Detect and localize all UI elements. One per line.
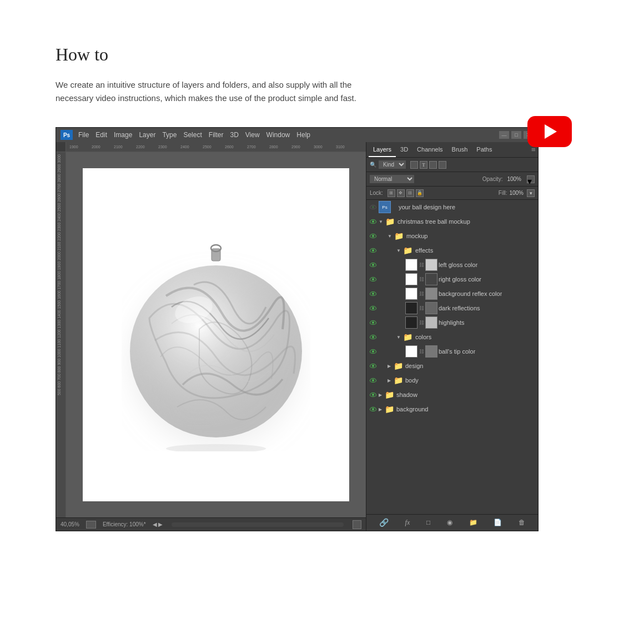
layer-link-left-gloss: ⛓: [419, 261, 424, 269]
filter-shape-icon[interactable]: [429, 161, 437, 169]
link-layers-icon[interactable]: 🔗: [379, 518, 389, 527]
collapse-colors[interactable]: ▼: [396, 335, 401, 340]
ruler-mark-2900: 2900: [291, 145, 314, 149]
layer-thumb-shadow: 📁: [383, 389, 395, 401]
layer-eye-body[interactable]: [369, 376, 378, 385]
menu-select[interactable]: Select: [183, 131, 202, 139]
menu-filter[interactable]: Filter: [209, 131, 224, 139]
layer-mask-right-gloss: [425, 273, 437, 285]
layer-eye-highlights[interactable]: [369, 318, 378, 327]
menu-view[interactable]: View: [245, 131, 260, 139]
layer-eye-ball-tip[interactable]: [369, 347, 378, 356]
filter-pixel-icon[interactable]: [410, 161, 418, 169]
menu-3d[interactable]: 3D: [230, 131, 238, 139]
layer-mask-ball-tip: [425, 345, 437, 358]
menu-edit[interactable]: Edit: [95, 131, 107, 139]
layer-thumb-ball-tip: [405, 345, 417, 358]
collapse-effects[interactable]: ▼: [396, 248, 401, 253]
filter-text-icon[interactable]: T: [420, 161, 427, 169]
layer-thumb-right-gloss: [405, 273, 417, 285]
layer-thumb-design: 📁: [392, 360, 404, 372]
layer-eye-effects[interactable]: [369, 246, 378, 255]
canvas-wrapper[interactable]: [66, 152, 366, 517]
collapse-shadow[interactable]: ▶: [379, 393, 382, 398]
minimize-button[interactable]: —: [499, 131, 509, 139]
layer-item-right-gloss[interactable]: ⛓ right gloss color: [366, 272, 538, 286]
scrollbar-horizontal[interactable]: [172, 522, 344, 527]
layer-eye-colors[interactable]: [369, 333, 378, 341]
layer-link-bg-reflex: ⛓: [419, 290, 424, 298]
layer-item-ball-design[interactable]: Ps your ball design here: [366, 200, 538, 214]
layer-eye-design[interactable]: [369, 361, 378, 370]
menu-layer[interactable]: Layer: [139, 131, 155, 139]
ruler-area-top: 1900 2000 2100 2200 2300 2400 2500 2600 …: [56, 142, 366, 152]
layer-item-xmas-mockup[interactable]: ▼ 📁 christmas tree ball mockup: [366, 214, 538, 229]
menu-type[interactable]: Type: [162, 131, 177, 139]
status-doc-icon[interactable]: [86, 521, 96, 529]
collapse-design[interactable]: ▶: [388, 364, 391, 369]
lock-artboard-icon[interactable]: ⊟: [406, 189, 414, 197]
tab-brush[interactable]: Brush: [447, 142, 472, 157]
layers-lock-row: Lock: ⊞ ✥ ⊟ 🔒 Fill: 100% ▾: [366, 187, 538, 200]
layer-effects-icon[interactable]: fx: [405, 519, 410, 527]
layer-eye-right-gloss[interactable]: [369, 275, 378, 284]
lock-position-icon[interactable]: ✥: [397, 189, 405, 197]
tab-3d[interactable]: 3D: [396, 142, 412, 157]
menu-file[interactable]: File: [78, 131, 89, 139]
layer-item-dark-reflect[interactable]: ⛓ dark reflections: [366, 301, 538, 315]
delete-layer-icon[interactable]: 🗑: [519, 519, 525, 527]
layer-name-bg-reflex: background reflex color: [439, 290, 502, 297]
collapse-mockup[interactable]: ▼: [388, 234, 392, 239]
next-frame-button[interactable]: ▶: [158, 521, 163, 527]
collapse-background[interactable]: ▶: [379, 407, 382, 412]
new-group-icon[interactable]: 📁: [469, 519, 477, 527]
layer-link-highlights: ⛓: [419, 319, 424, 326]
menu-image[interactable]: Image: [114, 131, 132, 139]
lock-all-icon[interactable]: 🔒: [416, 189, 424, 197]
ruler-corner: [56, 142, 66, 152]
opacity-arrow-icon[interactable]: ▾: [527, 175, 535, 183]
layer-item-highlights[interactable]: ⛓ highlights: [366, 315, 538, 330]
fill-value: 100%: [509, 190, 524, 196]
tab-channels[interactable]: Channels: [412, 142, 447, 157]
layer-item-effects[interactable]: ▼ 📁 effects: [366, 243, 538, 258]
layer-eye-dark-reflect[interactable]: [369, 304, 378, 313]
collapse-xmas-mockup[interactable]: ▼: [379, 219, 383, 224]
collapse-body[interactable]: ▶: [388, 378, 391, 383]
layer-eye-xmas-mockup[interactable]: [369, 217, 378, 226]
layer-item-body[interactable]: ▶ 📁 body: [366, 373, 538, 388]
layer-eye-left-gloss[interactable]: [369, 260, 378, 269]
add-mask-icon[interactable]: □: [426, 519, 430, 527]
menu-help[interactable]: Help: [296, 131, 310, 139]
layers-tabs: Layers 3D Channels Brush Paths ≡: [366, 142, 538, 158]
prev-frame-button[interactable]: ◀: [153, 521, 157, 527]
maximize-button[interactable]: □: [511, 131, 521, 139]
youtube-play-button[interactable]: [527, 116, 572, 147]
layer-mask-highlights: [425, 316, 437, 329]
layer-eye-mockup[interactable]: [369, 232, 378, 240]
layer-eye-bg-reflex[interactable]: [369, 289, 378, 298]
lock-pixels-icon[interactable]: ⊞: [388, 189, 395, 197]
effects-indent: ▼ 📁 effects: [396, 244, 433, 256]
filter-kind-dropdown[interactable]: Kind: [379, 160, 406, 169]
layer-eye-shadow[interactable]: [369, 390, 378, 399]
layer-item-bg-reflex[interactable]: ⛓ background reflex color: [366, 286, 538, 301]
new-layer-icon[interactable]: 📄: [494, 519, 502, 527]
layer-item-background[interactable]: ▶ 📁 background: [366, 402, 538, 416]
blend-mode-dropdown[interactable]: Normal: [370, 175, 414, 183]
layer-item-shadow[interactable]: ▶ 📁 shadow: [366, 388, 538, 402]
adjustment-icon[interactable]: ◉: [447, 519, 452, 527]
layer-eye-ball-design[interactable]: [369, 203, 378, 212]
tab-layers[interactable]: Layers: [369, 142, 396, 157]
layer-item-colors[interactable]: ▼ 📁 colors: [366, 330, 538, 344]
menu-window[interactable]: Window: [266, 131, 290, 139]
nav-icon[interactable]: [353, 520, 361, 529]
layer-item-design[interactable]: ▶ 📁 design: [366, 359, 538, 373]
layer-item-ball-tip[interactable]: ⛓ ball's tip color: [366, 344, 538, 359]
layer-eye-background[interactable]: [369, 405, 378, 414]
layer-item-left-gloss[interactable]: ⛓ left gloss color: [366, 258, 538, 272]
filter-smart-icon[interactable]: [439, 161, 446, 169]
tab-paths[interactable]: Paths: [472, 142, 496, 157]
fill-arrow-icon[interactable]: ▾: [527, 189, 535, 197]
layer-item-mockup[interactable]: ▼ 📁 mockup: [366, 229, 538, 243]
